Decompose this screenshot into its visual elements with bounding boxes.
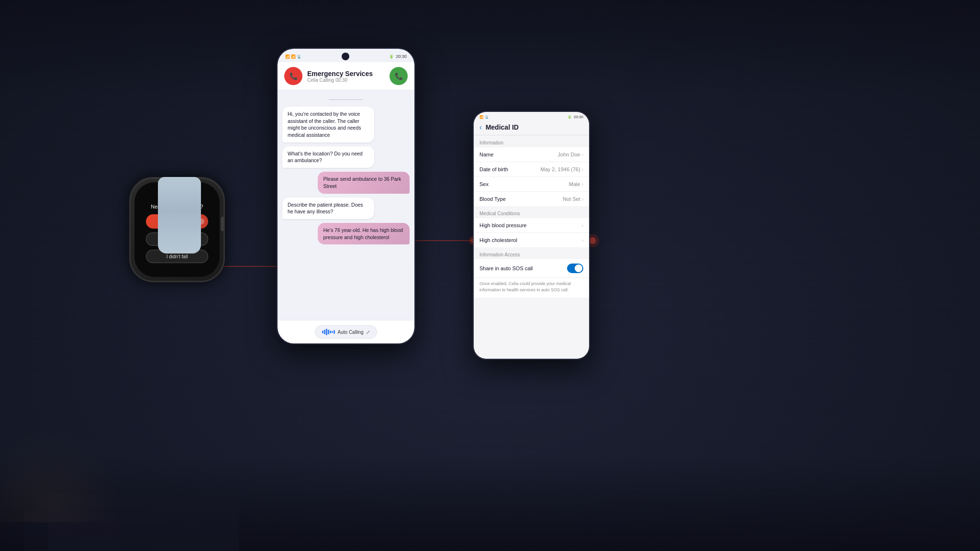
- medid-section-conditions: Medical Conditions: [474, 206, 589, 218]
- medid-screen: 📶 📡 🔋 20:30 ‹ Medical ID Information: [474, 112, 589, 359]
- chat-area: ———————— Hi, you're contacted by the voi…: [278, 90, 414, 320]
- medid-section-access: Information Access: [474, 247, 589, 259]
- condition-1-row[interactable]: High blood pressure ›: [474, 218, 589, 233]
- phone-frame: 📶 📶 📡 🔋 20:30 📞 Emergency Services: [277, 48, 415, 344]
- phone-screen: 📶 📶 📡 🔋 20:30 📞 Emergency Services: [278, 49, 414, 343]
- share-toggle[interactable]: [567, 264, 583, 273]
- share-label: Share in auto SOS call: [479, 265, 533, 271]
- condition-1-chevron: ›: [582, 223, 583, 228]
- expand-icon: ⤢: [366, 330, 370, 335]
- phone-camera: [342, 53, 349, 60]
- chat-divider: ————————: [282, 97, 410, 102]
- decline-call-button[interactable]: 📞: [284, 67, 302, 85]
- name-label: Name: [479, 152, 493, 157]
- smartphone: 📶 📶 📡 🔋 20:30 📞 Emergency Services: [277, 48, 420, 344]
- medid-info-card: Name John Doe › Date of birth May 2, 194…: [474, 147, 589, 206]
- condition-1-label: High blood pressure: [479, 222, 526, 228]
- share-toggle-row: Share in auto SOS call: [474, 259, 589, 278]
- dob-chevron: ›: [582, 167, 583, 172]
- sex-chevron: ›: [582, 182, 583, 187]
- dob-label: Date of birth: [479, 166, 508, 172]
- medid-header: ‹ Medical ID: [474, 121, 589, 135]
- call-subtitle: Celia Calling 00:30: [307, 77, 385, 83]
- condition-2-chevron: ›: [582, 238, 583, 243]
- watch-crown[interactable]: [221, 217, 225, 231]
- medid-section-info: Information: [474, 135, 589, 147]
- medid-body: Information Name John Doe › Date of birt…: [474, 135, 589, 359]
- auto-calling-button[interactable]: Auto Calling ⤢: [315, 325, 378, 339]
- phone-status-right: 🔋 20:30: [389, 54, 407, 59]
- medid-status-bar: 📶 📡 🔋 20:30: [474, 112, 589, 121]
- call-contact-name: Emergency Services: [307, 70, 385, 77]
- blood-value: Not Set ›: [563, 196, 583, 202]
- smartwatch: Did you fall? Need emergency call? SOS C…: [129, 177, 230, 253]
- sex-value: Male ›: [569, 181, 583, 187]
- answer-call-button[interactable]: 📞: [390, 67, 408, 85]
- blood-chevron: ›: [582, 197, 583, 202]
- medid-conditions-card: High blood pressure › High cholesterol ›: [474, 218, 589, 247]
- waveform-icon: [322, 329, 335, 335]
- name-value: John Doe ›: [558, 152, 583, 157]
- call-header: 📞 Emergency Services Celia Calling 00:30…: [278, 62, 414, 90]
- name-chevron: ›: [582, 152, 583, 157]
- medid-blood-row[interactable]: Blood Type Not Set ›: [474, 192, 589, 206]
- medid-access-card: Share in auto SOS call Once enabled, Cel…: [474, 259, 589, 298]
- chat-message-3: Please send ambulance to 36 Park Street: [318, 172, 410, 193]
- medid-name-row[interactable]: Name John Doe ›: [474, 147, 589, 162]
- condition-2-row[interactable]: High cholesterol ›: [474, 233, 589, 247]
- call-info: Emergency Services Celia Calling 00:30: [307, 70, 385, 83]
- phone-status-bar: 📶 📶 📡 🔋 20:30: [278, 49, 414, 62]
- medid-title: Medical ID: [486, 123, 519, 131]
- condition-2-label: High cholesterol: [479, 237, 517, 243]
- medical-id-phone: 📶 📡 🔋 20:30 ‹ Medical ID Information: [473, 111, 590, 360]
- blood-label: Blood Type: [479, 196, 506, 202]
- medid-frame: 📶 📡 🔋 20:30 ‹ Medical ID Information: [473, 111, 590, 360]
- sex-label: Sex: [479, 181, 489, 187]
- medid-dob-row[interactable]: Date of birth May 2, 1946 (76) ›: [474, 162, 589, 177]
- auto-call-bar: Auto Calling ⤢: [278, 320, 414, 343]
- chat-message-1: Hi, you're contacted by the voice assist…: [282, 107, 374, 143]
- chat-message-4: Describe the patient please. Does he hav…: [282, 198, 374, 219]
- share-description: Once enabled, Celia could provide your m…: [474, 278, 589, 298]
- chat-message-2: What's the location? Do you need an ambu…: [282, 146, 374, 168]
- dob-value: May 2, 1946 (76) ›: [541, 166, 584, 172]
- chat-message-5: He's 76 year-old. He has high blood pres…: [318, 223, 410, 244]
- medid-sex-row[interactable]: Sex Male ›: [474, 177, 589, 192]
- back-button[interactable]: ‹: [479, 123, 482, 131]
